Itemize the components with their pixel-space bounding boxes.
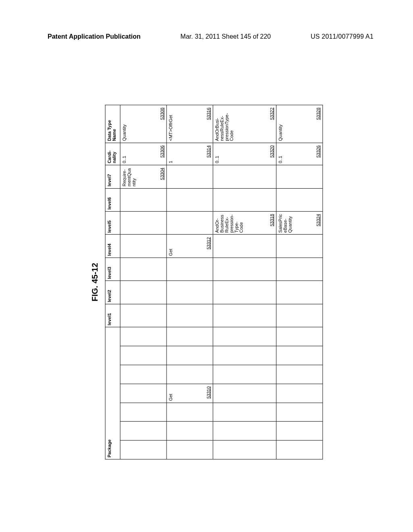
ref-number: 53322 xyxy=(269,108,274,120)
ref-number: 53310 xyxy=(206,387,211,399)
ref-number: 53312 xyxy=(206,237,211,249)
ref-number: 53306 xyxy=(160,145,165,158)
page-header: Patent Application Publication Mar. 31, … xyxy=(0,33,413,40)
cell-text: Get xyxy=(168,386,173,401)
col-level2: level2 xyxy=(105,281,120,304)
cell-text: 0..1 xyxy=(122,145,127,163)
col-level5: level5 xyxy=(105,211,120,234)
cell-text: 1 xyxy=(168,145,173,163)
table-row: SalesPriceBase-Quantity 53324 0..1 53326… xyxy=(276,105,323,459)
cell-text: Require-mentQuantity xyxy=(122,167,136,186)
figure-label: FIG. 45-12 xyxy=(90,105,100,459)
ref-number: 53316 xyxy=(206,108,211,120)
ref-number: 53320 xyxy=(269,145,274,158)
hdr-left: Patent Application Publication xyxy=(48,33,141,40)
cell-text: Quantity xyxy=(278,107,283,141)
hdr-mid: Mar. 31, 2011 Sheet 145 of 220 xyxy=(180,33,271,40)
cell-text: Quantity xyxy=(122,107,127,141)
col-package: Package xyxy=(105,327,120,459)
table-row: Get 53310 Get 53312 1 53314 xyxy=(167,105,213,459)
col-level3: level3 xyxy=(105,258,120,281)
ref-number: 53324 xyxy=(316,214,321,227)
cell-text: 0..1 xyxy=(278,145,283,163)
col-level7: level7 xyxy=(105,165,120,188)
col-cardinality: Cardi-nality xyxy=(105,143,120,165)
ref-number: 53304 xyxy=(160,168,165,180)
ref-number: 53308 xyxy=(160,108,165,120)
hdr-right: US 2011/0077999 A1 xyxy=(311,33,373,40)
col-level6: level6 xyxy=(105,188,120,211)
cell-text: SalesPriceBase-Quantity xyxy=(278,213,292,233)
table-row: AndOr-BusinessRuleEx-pression-Type-Code … xyxy=(213,105,276,459)
cell-text: AndOr-BusinessRuleEx-pression-Type-Code xyxy=(215,213,244,233)
ref-number: 53328 xyxy=(316,108,321,120)
cell-text: <MT>OffrGet xyxy=(168,107,173,141)
cell-text: Get xyxy=(168,236,173,256)
col-datatype: Data Type Name xyxy=(105,105,120,143)
cell-text: 0..1 xyxy=(215,145,219,163)
table-header-row: Package level1 level2 level3 level4 leve… xyxy=(105,105,120,459)
table-row: Require-mentQuantity 53304 0..1 53306 Qu… xyxy=(120,105,167,459)
col-level4: level4 xyxy=(105,235,120,258)
schema-table: Package level1 level2 level3 level4 leve… xyxy=(105,105,323,459)
ref-number: 53326 xyxy=(316,145,321,158)
cell-text: AndOrBusi-nessRuleEx-pressionType-Code xyxy=(215,107,234,141)
col-level1: level1 xyxy=(105,304,120,327)
ref-number: 53314 xyxy=(206,145,211,158)
ref-number: 53318 xyxy=(269,214,274,227)
